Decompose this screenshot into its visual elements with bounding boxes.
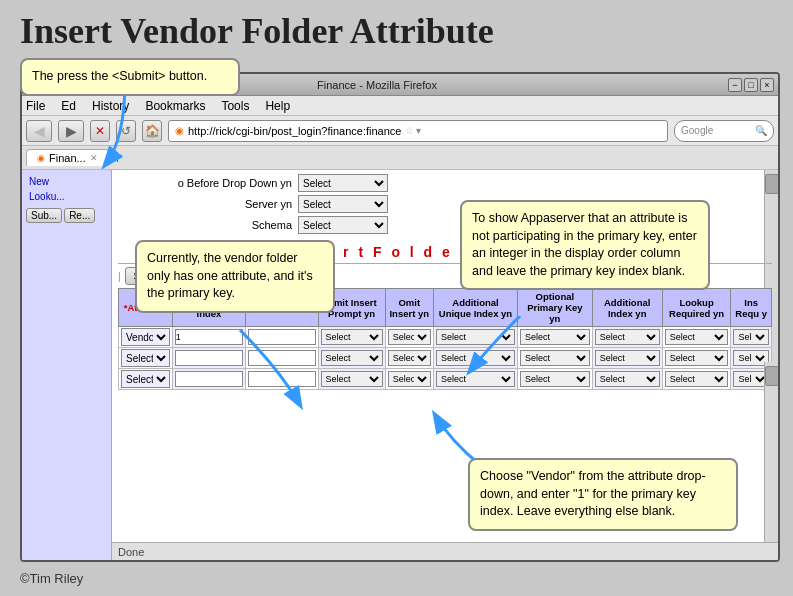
optional-pk-select-2[interactable]: Select <box>520 350 590 366</box>
bubble-show: To show Appaserver that an attribute is … <box>460 200 710 290</box>
add-unique-select-1[interactable]: Select <box>436 329 515 345</box>
ins-req-select-1[interactable]: Sele <box>733 329 769 345</box>
active-tab[interactable]: ◉ Finan... ✕ <box>26 149 109 166</box>
sidebar-section: New Looku... <box>26 174 107 204</box>
omit-insert-select-1[interactable]: Select <box>388 329 431 345</box>
tab-close-button[interactable]: ✕ <box>90 153 98 163</box>
lookup-req-select-1[interactable]: Select <box>665 329 729 345</box>
refresh-button[interactable]: ↺ <box>116 120 136 142</box>
td-display-order-2 <box>246 348 318 369</box>
td-optional-pk-3: Select <box>518 369 593 390</box>
pk-index-input-3[interactable] <box>175 371 243 387</box>
menu-history[interactable]: History <box>92 99 129 113</box>
close-button[interactable]: × <box>760 78 774 92</box>
scrollbar-right-bottom[interactable] <box>764 362 778 542</box>
table-row: Select Select <box>119 369 772 390</box>
lookup-req-select-3[interactable]: Select <box>665 371 729 387</box>
omit-insert-select-2[interactable]: Select <box>388 350 431 366</box>
action-bar-separator: | <box>118 271 121 282</box>
toolbar: ◀ ▶ ✕ ↺ 🏠 ◉ http://rick/cgi-bin/post_log… <box>22 116 778 146</box>
form-select-3[interactable]: Select <box>298 216 388 234</box>
td-add-index-2: Select <box>592 348 662 369</box>
td-display-order-1 <box>246 327 318 348</box>
td-omit-prompt-3: Select <box>318 369 385 390</box>
statusbar: Done <box>112 542 778 560</box>
menu-file[interactable]: File <box>26 99 45 113</box>
sidebar: New Looku... Sub... Re... <box>22 170 112 560</box>
td-optional-pk-1: Select <box>518 327 593 348</box>
td-add-index-1: Select <box>592 327 662 348</box>
th-optional-pk: Optional Primary Key yn <box>518 289 593 327</box>
bubble-press: The press the <Submit> button. <box>20 58 240 96</box>
td-pk-index-1 <box>172 327 245 348</box>
home-button[interactable]: 🏠 <box>142 120 162 142</box>
search-bar[interactable]: Google 🔍 <box>674 120 774 142</box>
attribute-select-1[interactable]: Vendor <box>121 328 170 346</box>
menu-help[interactable]: Help <box>265 99 290 113</box>
tab-favicon: ◉ <box>37 153 45 163</box>
back-button[interactable]: ◀ <box>26 120 52 142</box>
menu-edit[interactable]: Ed <box>61 99 76 113</box>
url-star-icon[interactable]: ☆ <box>405 125 414 136</box>
omit-prompt-select-3[interactable]: Select <box>321 371 383 387</box>
form-row-1: o Before Drop Down yn Select <box>118 174 772 192</box>
submit-button-sidebar[interactable]: Sub... <box>26 208 62 223</box>
new-tab-button[interactable]: + <box>113 149 122 167</box>
attribute-select-2[interactable]: Select <box>121 349 170 367</box>
td-pk-index-2 <box>172 348 245 369</box>
form-select-1[interactable]: Select <box>298 174 388 192</box>
td-add-unique-2: Select <box>433 348 517 369</box>
lookup-req-select-2[interactable]: Select <box>665 350 729 366</box>
add-index-select-1[interactable]: Select <box>595 329 660 345</box>
td-pk-index-3 <box>172 369 245 390</box>
omit-prompt-select-2[interactable]: Select <box>321 350 383 366</box>
display-order-input-2[interactable] <box>248 350 315 366</box>
menubar: File Ed History Bookmarks Tools Help <box>22 96 778 116</box>
form-label-1: o Before Drop Down yn <box>118 177 298 189</box>
omit-prompt-select-1[interactable]: Select <box>321 329 383 345</box>
td-optional-pk-2: Select <box>518 348 593 369</box>
td-lookup-req-3: Select <box>662 369 731 390</box>
display-order-input-1[interactable] <box>248 329 315 345</box>
minimize-button[interactable]: − <box>728 78 742 92</box>
add-unique-select-2[interactable]: Select <box>436 350 515 366</box>
search-icon[interactable]: 🔍 <box>755 125 767 136</box>
menu-bookmarks[interactable]: Bookmarks <box>145 99 205 113</box>
table-row: Vendor Select <box>119 327 772 348</box>
add-unique-select-3[interactable]: Select <box>436 371 515 387</box>
form-select-2[interactable]: Select <box>298 195 388 213</box>
td-lookup-req-2: Select <box>662 348 731 369</box>
forward-button[interactable]: ▶ <box>58 120 84 142</box>
td-attribute-2: Select <box>119 348 173 369</box>
restore-button[interactable]: □ <box>744 78 758 92</box>
td-omit-prompt-2: Select <box>318 348 385 369</box>
url-dropdown-icon[interactable]: ▾ <box>416 125 421 136</box>
sidebar-item-lookup[interactable]: Looku... <box>26 189 107 204</box>
td-add-unique-3: Select <box>433 369 517 390</box>
pk-index-input-2[interactable] <box>175 350 243 366</box>
th-add-unique: Additional Unique Index yn <box>433 289 517 327</box>
td-lookup-req-1: Select <box>662 327 731 348</box>
add-index-select-3[interactable]: Select <box>595 371 660 387</box>
url-bar[interactable]: ◉ http://rick/cgi-bin/post_login?finance… <box>168 120 668 142</box>
td-omit-insert-2: Select <box>385 348 433 369</box>
td-add-index-3: Select <box>592 369 662 390</box>
display-order-input-3[interactable] <box>248 371 315 387</box>
optional-pk-select-1[interactable]: Select <box>520 329 590 345</box>
attribute-select-3[interactable]: Select <box>121 370 170 388</box>
scrollbar-thumb-bottom <box>765 366 778 386</box>
optional-pk-select-3[interactable]: Select <box>520 371 590 387</box>
sidebar-item-new[interactable]: New <box>26 174 107 189</box>
menu-tools[interactable]: Tools <box>221 99 249 113</box>
reset-button-sidebar[interactable]: Re... <box>64 208 95 223</box>
url-text: http://rick/cgi-bin/post_login?finance:f… <box>188 125 401 137</box>
table-row: Select Select <box>119 348 772 369</box>
form-label-3: Schema <box>118 219 298 231</box>
td-omit-insert-3: Select <box>385 369 433 390</box>
add-index-select-2[interactable]: Select <box>595 350 660 366</box>
stop-button[interactable]: ✕ <box>90 120 110 142</box>
td-add-unique-1: Select <box>433 327 517 348</box>
tabsbar: ◉ Finan... ✕ + <box>22 146 778 170</box>
pk-index-input-1[interactable] <box>175 329 243 345</box>
omit-insert-select-3[interactable]: Select <box>388 371 431 387</box>
